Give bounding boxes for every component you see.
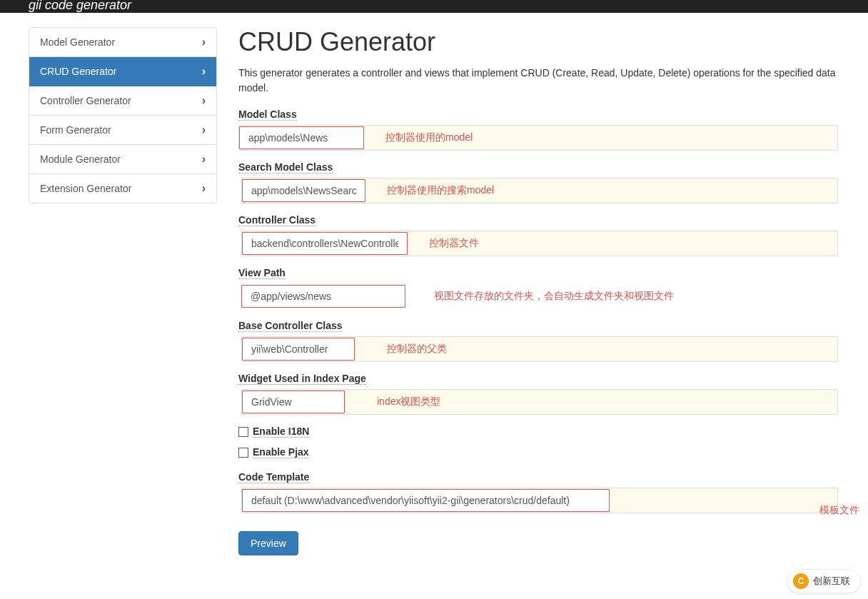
field-search-model-class: Search Model Class 控制器使用的搜索model: [238, 161, 838, 203]
input-code-template[interactable]: [242, 489, 610, 512]
sidebar-item-form[interactable]: Form Generator ›: [29, 116, 216, 145]
label-enable-pjax: Enable Pjax: [253, 446, 309, 458]
annotation-controller-class: 控制器文件: [429, 237, 479, 250]
checkbox-enable-i18n[interactable]: [238, 427, 248, 437]
annotation-search-model-class: 控制器使用的搜索model: [387, 184, 494, 197]
sidebar: Model Generator › CRUD Generator › Contr…: [29, 27, 217, 555]
chevron-right-icon: ›: [202, 94, 206, 107]
label-search-model-class: Search Model Class: [238, 161, 333, 173]
sidebar-item-label: CRUD Generator: [40, 66, 116, 77]
main-content: CRUD Generator This generator generates …: [238, 27, 838, 555]
annotation-widget-index: index视图类型: [377, 396, 440, 408]
input-base-controller-class[interactable]: [242, 338, 355, 361]
input-search-model-class[interactable]: [242, 179, 365, 202]
sidebar-item-label: Form Generator: [40, 124, 111, 136]
sidebar-item-module[interactable]: Module Generator ›: [29, 145, 216, 174]
field-controller-class: Controller Class 控制器文件: [238, 214, 838, 256]
sidebar-item-label: Model Generator: [40, 36, 115, 48]
sidebar-item-label: Module Generator: [40, 153, 121, 165]
chevron-right-icon: ›: [202, 36, 206, 49]
field-view-path: View Path 视图文件存放的文件夹，会自动生成文件夹和视图文件: [238, 267, 838, 309]
top-navbar: gii code generator: [0, 0, 868, 13]
generator-list: Model Generator › CRUD Generator › Contr…: [29, 27, 217, 203]
annotation-base-controller-class: 控制器的父类: [387, 343, 447, 356]
chevron-right-icon: ›: [202, 153, 206, 166]
field-model-class: Model Class 控制器使用的model: [238, 109, 838, 151]
input-model-class[interactable]: [239, 126, 364, 149]
field-code-template: Code Template 模板文件: [238, 471, 838, 513]
brand-logo: gii code generator: [29, 0, 131, 13]
field-widget-index: Widget Used in Index Page index视图类型: [238, 373, 838, 415]
page-title: CRUD Generator: [238, 27, 838, 57]
checkbox-enable-pjax[interactable]: [238, 448, 248, 458]
annotation-code-template: 模板文件: [819, 504, 859, 517]
label-base-controller-class: Base Controller Class: [238, 320, 343, 332]
watermark-badge: C 创新互联: [787, 569, 861, 584]
label-controller-class: Controller Class: [238, 214, 316, 226]
sidebar-item-controller[interactable]: Controller Generator ›: [29, 86, 216, 116]
label-enable-i18n: Enable I18N: [253, 426, 309, 438]
label-model-class: Model Class: [238, 109, 297, 121]
field-enable-i18n: Enable I18N: [238, 426, 838, 438]
chevron-right-icon: ›: [202, 124, 206, 136]
annotation-model-class: 控制器使用的model: [385, 131, 473, 144]
field-enable-pjax: Enable Pjax: [238, 446, 838, 458]
annotation-view-path: 视图文件存放的文件夹，会自动生成文件夹和视图文件: [434, 290, 674, 303]
input-controller-class[interactable]: [242, 232, 408, 255]
label-view-path: View Path: [238, 267, 286, 279]
preview-button[interactable]: Preview: [238, 531, 298, 555]
sidebar-item-model[interactable]: Model Generator ›: [29, 28, 216, 57]
sidebar-item-label: Extension Generator: [40, 183, 131, 194]
page-description: This generator generates a controller an…: [238, 66, 838, 96]
watermark-text: 创新互联: [813, 575, 850, 584]
label-widget-index: Widget Used in Index Page: [238, 373, 366, 385]
main-container: Model Generator › CRUD Generator › Contr…: [0, 13, 868, 584]
input-view-path[interactable]: [241, 285, 405, 308]
sidebar-item-extension[interactable]: Extension Generator ›: [29, 174, 216, 203]
field-base-controller-class: Base Controller Class 控制器的父类: [238, 320, 838, 362]
chevron-right-icon: ›: [202, 65, 206, 78]
sidebar-item-label: Controller Generator: [40, 95, 131, 106]
label-code-template: Code Template: [238, 471, 309, 483]
chevron-right-icon: ›: [202, 182, 206, 195]
watermark-icon: C: [793, 573, 809, 584]
input-widget-index[interactable]: [242, 391, 345, 413]
sidebar-item-crud[interactable]: CRUD Generator ›: [29, 57, 216, 86]
